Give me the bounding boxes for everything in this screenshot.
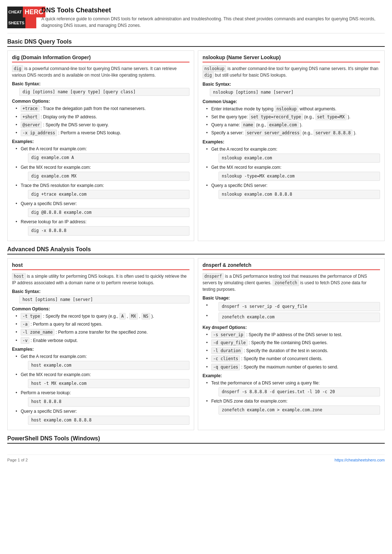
list-item: Get the MX record for example.com: nsloo… [206,164,380,181]
ex-code: dig +trace example.com [28,190,189,199]
list-item: Get the MX record for example.com: host … [16,371,189,388]
opt-code: +trace [21,105,40,112]
ex-code: nslookup example.com 8.8.8.8 [219,190,380,199]
list-item: Query a specific DNS server: nslookup ex… [206,182,380,199]
host-desc: host is a simple utility for performing … [12,273,189,286]
dig-syntax-label: Basic Syntax: [12,81,189,86]
ex-label: Reverse lookup for an IP address: [21,219,86,224]
ex-code: nslookup -type=MX example.com [219,172,380,181]
list-item: +short : Display only the IP address. [16,114,189,120]
opt-code: NS [142,313,150,319]
nslookup-code-inline: nslookup [203,65,226,72]
dig-examples-list: Get the A record for example.com: dig ex… [12,146,189,235]
ex-label: Perform a reverse lookup: [21,390,71,395]
opt-code: server server_address [245,130,301,136]
list-item: Query a specific DNS server: host exampl… [16,408,189,425]
page-description: A quick reference guide to common DNS to… [41,16,385,29]
opt-code: -q queries [211,364,240,370]
opt-code: -x ip_address [21,130,57,136]
opt-code: -v [21,337,29,344]
ex-code: dig -x 8.8.8.8 [28,226,189,235]
ex-label: Test the performance of a DNS server usi… [211,380,320,386]
logo-cheat: CHEAT [7,7,23,17]
nslookup-examples-list: Get the A record for example.com: nslook… [203,146,380,199]
opt-code: server 8.8.8.8 [314,130,352,136]
opt-code: set type=record_type [249,114,303,120]
list-item: Reverse lookup for an IP address: dig -x… [16,219,189,235]
nslookup-syntax-label: Basic Syntax: [203,82,380,87]
basic-dns-cols: dig (Domain Information Groper) dig is a… [7,50,385,241]
list-item: zonefetch example.com [206,313,380,322]
logo-sheets: SHEETS [7,17,25,28]
opt-code: -a [21,321,29,327]
list-item: -c clients : Specify the number of concu… [206,355,380,362]
opt-code: nslookup [275,106,298,112]
dig-box: dig (Domain Information Groper) dig is a… [7,50,194,241]
logo-hero-bottom [25,17,36,28]
host-title: host [12,262,189,270]
section-advanced-dns: Advanced DNS Analysis Tools [7,246,385,254]
opt-code: -l zone_name [21,329,54,335]
header-text: DNS Tools Cheatsheet A quick reference g… [41,7,385,29]
ex-code: host 8.8.8.8 [28,397,189,406]
list-item: Set the query type: set type=record_type… [206,114,380,120]
list-item: @server : Specify the DNS server to quer… [16,122,189,128]
opt-code: @server [21,122,42,128]
nslookup-syntax-code: nslookup [options] name [server] [210,88,380,96]
dnsperf-examples-label: Example: [203,373,380,378]
nslookup-desc-text: is another command-line tool for queryin… [226,66,378,71]
zonefetch-code-inline: zonefetch [273,280,299,286]
list-item: +trace : Trace the delegation path from … [16,105,189,112]
nslookup-examples-label: Examples: [203,139,380,144]
dig-options-list: +trace : Trace the delegation path from … [12,105,189,136]
nslookup-box: nslookup (Name Server Lookup) nslookup i… [198,50,385,241]
dig-examples-label: Examples: [12,139,189,144]
ex-label: Get the A record for example.com: [211,147,277,152]
list-item: -q queries : Specify the maximum number … [206,364,380,370]
dnsperf-key-options-label: Key dnsperf Options: [203,325,380,330]
ex-code: host example.com [28,361,189,370]
list-item: Get the MX record for example.com: dig e… [16,164,189,181]
dnsperf-desc: dnsperf is a DNS performance testing too… [203,273,380,293]
ex-code: zonefetch example.com [219,313,380,322]
ex-code: zonefetch example.com > example.com.zone [219,406,380,415]
nslookup-options-list: Enter interactive mode by typing nslooku… [203,106,380,137]
list-item: -s server_ip : Specify the IP address of… [206,331,380,338]
opt-code: name [241,122,255,128]
dnsperf-usage-label: Basic Usage: [203,296,380,301]
list-item: Get the A record for example.com: nslook… [206,146,380,163]
ex-code: nslookup example.com [219,154,380,163]
dig-desc-text: is a powerful command-line tool for quer… [12,66,177,78]
dig-ref: dig [203,72,214,78]
list-item: Specify a server: server server_address … [206,130,380,136]
opt-code: +short [21,114,40,120]
ex-code: dnsperf -s server_ip -d query_file [219,302,380,311]
section-powershell: PowerShell DNS Tools (Windows) [7,435,385,444]
ex-label: Query a specific DNS server: [21,409,77,414]
opt-code: MX [129,313,138,319]
list-item: Query a name: name (e.g., example.com ). [206,122,380,128]
host-options-label: Common Options: [12,306,189,311]
list-item: -x ip_address : Perform a reverse DNS lo… [16,130,189,136]
ex-code: dig example.com A [28,153,189,162]
ex-label: Query a specific DNS server: [21,201,77,206]
host-code-inline: host [12,273,26,280]
list-item: -v : Enable verbose output. [16,337,189,344]
opt-code: -c clients [211,355,240,362]
footer-url[interactable]: https://cheatsheetshero.com [335,458,385,462]
nslookup-usage-label: Common Usage: [203,99,380,104]
list-item: Get the A record for example.com: host e… [16,353,189,370]
ex-code: host -t MX example.com [28,379,189,388]
nslookup-title: nslookup (Name Server Lookup) [203,54,380,62]
list-item: -a : Perform a query for all record type… [16,321,189,327]
host-syntax-label: Basic Syntax: [12,289,189,294]
dig-code-inline: dig [12,65,23,72]
ex-label: Get the A record for example.com: [21,146,87,151]
list-item: Fetch DNS zone data for example.com: zon… [206,398,380,415]
page-header: CHEAT HERO SHEETS DNS Tools Cheatsheet A… [7,7,385,33]
ex-label: Get the MX record for example.com: [21,165,91,170]
host-desc-text: is a simple utility for performing DNS l… [12,274,187,285]
ex-label: Get the MX record for example.com: [21,372,91,377]
ex-code: dig example.com MX [28,172,189,181]
list-item: Test the performance of a DNS server usi… [206,380,380,396]
